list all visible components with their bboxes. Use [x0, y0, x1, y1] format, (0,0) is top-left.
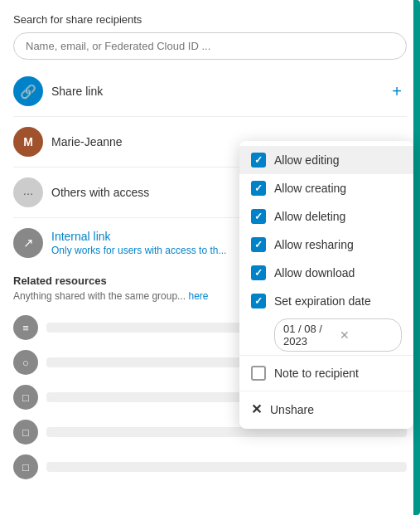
expiry-date-field[interactable]: 01 / 08 / 2023 ✕: [274, 318, 402, 352]
link-icon: 🔗: [13, 76, 43, 106]
share-link-text: Share link: [51, 85, 387, 98]
search-input[interactable]: [13, 32, 407, 60]
related-item-icon-2: □: [13, 385, 38, 410]
note-to-recipient-label: Note to recipient: [274, 367, 359, 380]
related-item-icon-1: ○: [13, 350, 38, 375]
allow-editing-label: Allow editing: [274, 153, 340, 167]
unshare-label: Unshare: [270, 403, 314, 416]
user-avatar: M: [13, 127, 43, 157]
allow-download-label: Allow download: [274, 266, 355, 279]
internal-link-icon: ↗: [13, 228, 43, 258]
related-here-link[interactable]: here: [188, 290, 208, 302]
allow-creating-label: Allow creating: [274, 182, 346, 195]
search-label: Search for share recipients: [13, 13, 407, 26]
related-item-4: □: [13, 449, 407, 484]
related-item-icon-3: □: [13, 420, 38, 445]
allow-download-checkbox[interactable]: ✓: [251, 265, 266, 280]
related-item-icon-4: □: [13, 454, 38, 479]
note-to-recipient-checkbox[interactable]: [251, 366, 266, 381]
allow-deleting-label: Allow deleting: [274, 210, 345, 223]
allow-download-item[interactable]: ✓ Allow download: [239, 259, 413, 287]
unshare-item[interactable]: ✕ Unshare: [239, 395, 413, 424]
expiry-date-value: 01 / 08 / 2023: [283, 323, 336, 347]
others-icon: ···: [13, 177, 43, 207]
allow-creating-checkbox[interactable]: ✓: [251, 181, 266, 196]
unshare-icon: ✕: [251, 401, 262, 417]
share-link-name: Share link: [51, 85, 387, 98]
share-link-item: 🔗 Share link +: [13, 70, 407, 113]
add-share-link-button[interactable]: +: [387, 80, 407, 103]
right-scroll-bar: [413, 0, 420, 515]
allow-deleting-checkbox[interactable]: ✓: [251, 209, 266, 224]
set-expiration-date-label: Set expiration date: [274, 294, 371, 308]
allow-resharing-item[interactable]: ✓ Allow resharing: [239, 231, 413, 259]
note-to-recipient-item[interactable]: Note to recipient: [239, 359, 413, 387]
permissions-dropdown: ✓ Allow editing ✓ Allow creating ✓ Allow…: [239, 141, 413, 429]
related-item-icon-0: ≡: [13, 315, 38, 340]
dropdown-divider-2: [239, 391, 413, 391]
divider-1: [13, 116, 407, 117]
allow-resharing-checkbox[interactable]: ✓: [251, 237, 266, 252]
allow-resharing-label: Allow resharing: [274, 238, 354, 251]
set-expiration-date-checkbox[interactable]: ✓: [251, 294, 266, 309]
related-item-label-4: [46, 462, 407, 472]
allow-creating-item[interactable]: ✓ Allow creating: [239, 174, 413, 202]
allow-editing-item[interactable]: ✓ Allow editing: [239, 146, 413, 174]
allow-deleting-item[interactable]: ✓ Allow deleting: [239, 202, 413, 231]
expiry-clear-button[interactable]: ✕: [340, 328, 393, 342]
allow-editing-checkbox[interactable]: ✓: [251, 153, 266, 168]
dropdown-divider-1: [239, 355, 413, 356]
set-expiration-date-item[interactable]: ✓ Set expiration date: [239, 287, 413, 315]
